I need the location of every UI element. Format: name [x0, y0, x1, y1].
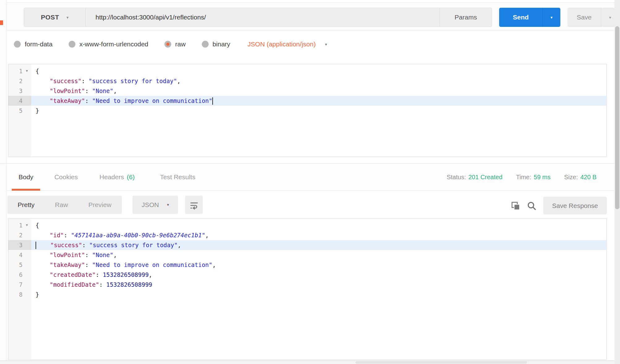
save-button[interactable]: Save	[567, 8, 601, 27]
url-bar-group: POST ▾ http://localhost:3000/api/v1/refl…	[24, 8, 492, 27]
line-number: 1	[8, 66, 23, 76]
search-response-button[interactable]	[525, 200, 538, 212]
response-status-group: Status:201 Created Time:59 ms Size:420 B	[447, 163, 597, 191]
copy-icon	[510, 201, 521, 211]
view-pretty[interactable]: Pretty	[7, 201, 45, 209]
send-button[interactable]: Send	[499, 8, 542, 27]
headers-count-badge: (6)	[127, 173, 135, 181]
editor-line[interactable]: 2 "id": "457141aa-ab9a-40b0-90cb-9e6b274…	[8, 230, 606, 240]
radio-raw[interactable]: raw	[164, 40, 186, 48]
chevron-down-icon: ▾	[167, 202, 169, 207]
send-button-group: Send ▾	[499, 8, 560, 27]
editor-line[interactable]: 3 "success": "success story for today",	[8, 240, 606, 250]
response-format-dropdown[interactable]: JSON ▾	[133, 196, 178, 214]
tab-test-results[interactable]: Test Results	[156, 163, 199, 191]
response-meta-bar: Body Cookies Headers (6) Test Results St…	[7, 163, 614, 191]
editor-line[interactable]: 4 "lowPoint": "None",	[8, 250, 606, 260]
tab-body[interactable]: Body	[15, 163, 37, 191]
editor-line[interactable]: 5 "takeAway": "Need to improve on commun…	[8, 260, 606, 270]
editor-line[interactable]: 1▾{	[8, 220, 606, 230]
save-response-button[interactable]: Save Response	[543, 197, 607, 214]
editor-line[interactable]: 1▾{	[8, 66, 606, 76]
line-number: 1	[8, 220, 23, 230]
response-tabs: Body Cookies Headers (6) Test Results	[15, 163, 199, 191]
tab-cookies[interactable]: Cookies	[51, 163, 82, 191]
fold-gutter-spacer	[23, 280, 31, 290]
vertical-scrollbar[interactable]	[614, 0, 620, 364]
line-number: 6	[8, 270, 23, 280]
editor-line[interactable]: 4 "takeAway": "Need to improve on commun…	[8, 96, 606, 106]
wrap-lines-button[interactable]	[185, 196, 203, 214]
method-label: POST	[41, 14, 59, 21]
response-size: Size:420 B	[564, 174, 597, 181]
radio-icon	[14, 41, 21, 48]
fold-gutter-spacer	[23, 106, 31, 116]
fold-gutter-spacer	[23, 250, 31, 260]
view-preview[interactable]: Preview	[78, 201, 122, 209]
search-icon	[526, 201, 537, 211]
fold-gutter-spacer	[23, 96, 31, 106]
copy-response-button[interactable]	[509, 200, 522, 212]
line-number: 8	[8, 290, 23, 299]
response-view-switcher: Pretty Raw Preview	[7, 196, 122, 214]
chevron-down-icon: ▾	[325, 42, 327, 47]
view-raw[interactable]: Raw	[45, 201, 78, 209]
editor-line[interactable]: 3 "lowPoint": "None",	[8, 86, 606, 96]
url-input[interactable]: http://localhost:3000/api/v1/reflections…	[86, 8, 440, 27]
line-number: 4	[8, 96, 23, 106]
status-code: Status:201 Created	[447, 174, 502, 181]
request-body-editor[interactable]: 1▾{2 "success": "success story for today…	[8, 64, 607, 157]
fold-toggle-icon[interactable]: ▾	[23, 220, 31, 230]
chevron-down-icon: ▾	[66, 15, 69, 20]
save-button-group: Save ▾	[567, 8, 619, 27]
editor-line[interactable]: 2 "success": "success story for today",	[8, 76, 606, 86]
radio-icon	[202, 41, 209, 48]
editor-line[interactable]: 6 "createdDate": 1532826508999,	[8, 270, 606, 280]
line-number: 3	[8, 86, 23, 96]
time-value: 59 ms	[534, 174, 550, 180]
fold-gutter-spacer	[23, 240, 31, 250]
wrap-lines-icon	[189, 200, 199, 210]
fold-gutter-spacer	[23, 270, 31, 280]
radio-form-data[interactable]: form-data	[14, 40, 53, 48]
left-panel-edge	[0, 0, 7, 364]
postman-request-view: POST ▾ http://localhost:3000/api/v1/refl…	[0, 0, 620, 364]
active-tab-indicator	[0, 20, 3, 25]
chevron-down-icon: ▾	[609, 15, 611, 20]
text-cursor	[36, 242, 36, 249]
horizontal-scrollbar-thumb[interactable]	[355, 361, 527, 364]
status-value: 201 Created	[468, 174, 502, 180]
content-type-dropdown[interactable]: JSON (application/json) ▾	[248, 40, 327, 48]
body-type-bar: form-data x-www-form-urlencoded raw bina…	[14, 36, 327, 52]
line-number: 3	[8, 240, 23, 250]
fold-gutter-spacer	[23, 230, 31, 240]
params-button[interactable]: Params	[440, 8, 492, 27]
line-number: 4	[8, 250, 23, 260]
radio-selected-icon	[164, 41, 171, 48]
editor-line[interactable]: 5}	[8, 106, 606, 116]
send-options-button[interactable]: ▾	[543, 8, 560, 27]
editor-line[interactable]: 8}	[8, 290, 606, 299]
size-value: 420 B	[580, 174, 597, 180]
radio-x-www-form-urlencoded[interactable]: x-www-form-urlencoded	[69, 40, 148, 48]
editor-line[interactable]: 7 "modifiedDate": 1532826508999	[8, 280, 606, 290]
tab-headers[interactable]: Headers (6)	[96, 163, 138, 191]
fold-gutter-spacer	[23, 290, 31, 299]
line-number: 2	[8, 76, 23, 86]
text-cursor	[212, 97, 213, 105]
line-number: 2	[8, 230, 23, 240]
chevron-down-icon: ▾	[550, 15, 553, 20]
fold-gutter-spacer	[23, 86, 31, 96]
response-body-editor[interactable]: 1▾{2 "id": "457141aa-ab9a-40b0-90cb-9e6b…	[8, 218, 607, 360]
fold-gutter-spacer	[23, 260, 31, 270]
line-number: 7	[8, 280, 23, 290]
method-dropdown[interactable]: POST ▾	[24, 8, 85, 27]
radio-binary[interactable]: binary	[202, 40, 230, 48]
bottom-bar	[0, 361, 620, 364]
request-header-bar: POST ▾ http://localhost:3000/api/v1/refl…	[7, 2, 614, 30]
fold-gutter-spacer	[23, 76, 31, 86]
line-number: 5	[8, 106, 23, 116]
vertical-scrollbar-thumb[interactable]	[615, 26, 619, 209]
fold-toggle-icon[interactable]: ▾	[23, 66, 31, 76]
line-number: 5	[8, 260, 23, 270]
